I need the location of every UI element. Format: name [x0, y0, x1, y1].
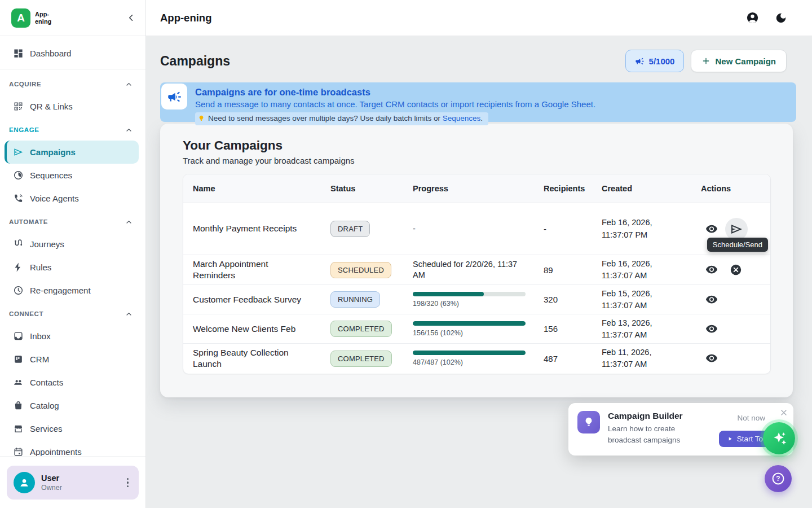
sidebar-item-inbox[interactable]: Inbox	[0, 325, 145, 348]
sidebar-item-rules[interactable]: Rules	[0, 256, 145, 279]
storefront-icon	[12, 423, 24, 434]
status-badge: SCHEDULED	[330, 262, 391, 278]
campaign-quota-badge[interactable]: 5/1000	[625, 50, 685, 72]
sidebar-item-sequences[interactable]: Sequences	[0, 164, 145, 187]
progress-bar	[413, 351, 526, 355]
section-header-acquire[interactable]: ACQUIRE	[0, 73, 145, 95]
sidebar-item-crm[interactable]: CRM	[0, 348, 145, 371]
play-icon	[727, 436, 733, 442]
sidebar-item-appointments[interactable]: Appointments	[0, 440, 145, 456]
page-header: Campaigns 5/1000 New Campaign	[146, 36, 812, 82]
progress-fill	[413, 351, 526, 355]
megaphone-icon	[161, 84, 187, 110]
view-button[interactable]	[701, 289, 722, 310]
view-button[interactable]	[701, 318, 722, 340]
created-cell: Feb 11, 2026, 11:37:07 AM	[602, 347, 701, 370]
sidebar-item-re-engagement[interactable]: Re-engagement	[0, 279, 145, 302]
topbar: App-ening	[146, 0, 812, 36]
progress-cell: 156/156 (102%)	[413, 321, 544, 337]
megaphone-icon	[635, 56, 645, 66]
user-name: User	[41, 474, 62, 483]
eye-icon	[705, 352, 718, 365]
row-actions	[701, 259, 770, 281]
new-campaign-button[interactable]: New Campaign	[691, 50, 787, 72]
shopping-bag-icon	[12, 400, 24, 411]
chevron-up-icon	[125, 80, 133, 89]
banner-tip: Need to send messages over multiple days…	[195, 112, 488, 125]
table-row: Spring Beauty Collection Launch COMPLETE…	[183, 344, 770, 373]
chevron-up-icon	[125, 310, 133, 318]
bolt-icon	[12, 262, 24, 273]
phone-icon	[12, 193, 24, 204]
dark-mode-button[interactable]	[775, 12, 787, 24]
user-card[interactable]: User Owner	[7, 466, 139, 500]
section-header-engage[interactable]: ENGAGE	[0, 119, 145, 141]
sidebar-item-campaigns[interactable]: Campaigns	[5, 141, 139, 164]
cancel-button[interactable]	[725, 259, 747, 281]
user-meta: User Owner	[41, 474, 62, 492]
progress-text: 487/487 (102%)	[413, 358, 544, 366]
section-header-connect[interactable]: CONNECT	[0, 303, 145, 325]
sidebar-item-journeys[interactable]: Journeys	[0, 233, 145, 256]
table-row: Customer Feedback Survey RUNNING 198/320…	[183, 285, 770, 314]
app-logo-text: App- ening	[35, 11, 51, 25]
campaigns-card: Your Campaigns Track and manage your bro…	[160, 124, 793, 397]
view-button[interactable]	[701, 348, 722, 369]
dashboard-icon	[12, 48, 24, 59]
sidebar-item-catalog[interactable]: Catalog	[0, 394, 145, 417]
recipients-cell: 320	[544, 295, 602, 304]
people-icon	[12, 377, 24, 388]
promo-title: Campaign Builder	[608, 411, 701, 421]
ai-assistant-fab[interactable]	[763, 422, 795, 454]
sequences-link[interactable]: Sequences	[443, 114, 481, 122]
cancel-icon	[730, 264, 742, 276]
campaigns-table: Name Status Progress Recipients Created …	[183, 174, 771, 374]
recipients-cell: 156	[544, 324, 602, 334]
not-now-button[interactable]: Not now	[737, 414, 765, 422]
sidebar-item-qr-links[interactable]: QR & Links	[0, 95, 145, 118]
row-actions	[701, 289, 770, 310]
progress-bar	[413, 321, 526, 326]
recipients-cell: -	[544, 224, 602, 234]
sidebar: A App- ening Dashboard ACQUIRE QR & Link…	[0, 0, 146, 508]
column-header-progress: Progress	[413, 184, 544, 193]
user-menu-button[interactable]	[123, 475, 133, 491]
table-row: Welcome New Clients Feb COMPLETED 156/15…	[183, 314, 770, 344]
tooltip: Schedule/Send	[707, 238, 768, 252]
eye-icon	[705, 323, 718, 335]
divider	[0, 69, 145, 69]
sidebar-item-services[interactable]: Services	[0, 417, 145, 440]
view-button[interactable]	[701, 218, 722, 240]
progress-text: 156/156 (102%)	[413, 329, 544, 337]
chevron-left-icon	[126, 12, 136, 23]
status-badge: COMPLETED	[330, 321, 392, 337]
view-button[interactable]	[701, 259, 722, 281]
plus-icon	[701, 56, 710, 65]
sidebar-item-contacts[interactable]: Contacts	[0, 371, 145, 394]
progress-text: 198/320 (63%)	[413, 300, 544, 308]
section-header-automate[interactable]: AUTOMATE	[0, 211, 145, 233]
user-role: Owner	[41, 484, 62, 492]
progress-fill	[413, 292, 484, 296]
timelapse-icon	[12, 170, 24, 181]
progress-cell: 198/320 (63%)	[413, 292, 544, 308]
row-actions	[701, 348, 770, 369]
sidebar-item-dashboard[interactable]: Dashboard	[0, 42, 145, 65]
help-fab[interactable]	[765, 465, 792, 492]
status-badge: DRAFT	[330, 221, 370, 237]
question-mark-icon	[771, 471, 785, 486]
table-row: March Appointment Reminders SCHEDULED Sc…	[183, 255, 770, 285]
sparkles-icon	[771, 430, 788, 447]
send-button[interactable]	[725, 218, 748, 240]
sidebar-item-voice-agents[interactable]: Voice Agents	[0, 187, 145, 210]
collapse-sidebar-button[interactable]	[126, 12, 136, 23]
close-icon[interactable]	[779, 408, 788, 417]
moon-icon	[775, 12, 787, 24]
campaign-name: March Appointment Reminders	[193, 255, 330, 284]
created-cell: Feb 13, 2026, 11:37:07 AM	[602, 317, 701, 341]
account-button[interactable]	[746, 11, 759, 24]
column-header-actions: Actions	[701, 184, 770, 193]
clock-icon	[12, 285, 24, 296]
row-actions	[701, 218, 770, 240]
progress-cell: 487/487 (102%)	[413, 351, 544, 366]
